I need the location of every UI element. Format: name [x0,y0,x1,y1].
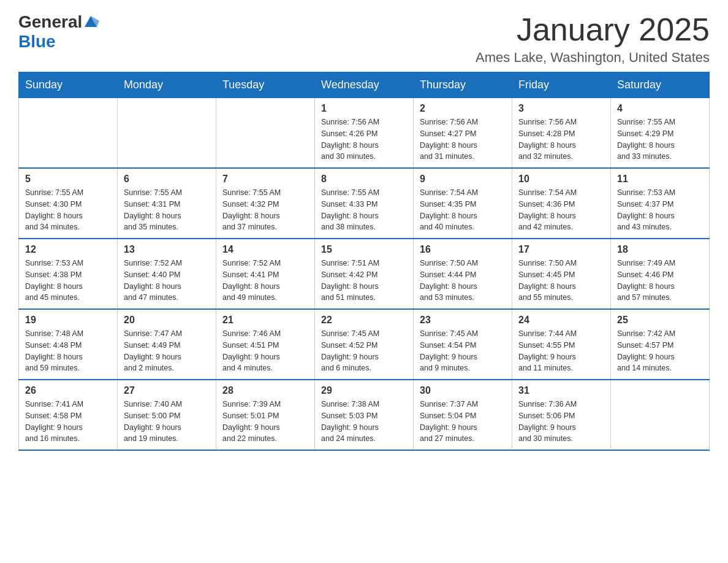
calendar-cell: 7Sunrise: 7:55 AMSunset: 4:32 PMDaylight… [216,168,315,239]
calendar-cell: 10Sunrise: 7:54 AMSunset: 4:36 PMDayligh… [512,168,611,239]
calendar-cell: 4Sunrise: 7:55 AMSunset: 4:29 PMDaylight… [611,98,710,169]
day-number: 29 [321,385,407,396]
day-number: 13 [124,244,210,255]
calendar-cell: 26Sunrise: 7:41 AMSunset: 4:58 PMDayligh… [19,380,118,450]
calendar-cell: 11Sunrise: 7:53 AMSunset: 4:37 PMDayligh… [611,168,710,239]
day-number: 8 [321,174,407,185]
day-number: 15 [321,244,407,255]
calendar-cell: 18Sunrise: 7:49 AMSunset: 4:46 PMDayligh… [611,239,710,309]
day-info: Sunrise: 7:42 AMSunset: 4:57 PMDaylight:… [617,328,703,374]
day-number: 17 [518,244,604,255]
calendar-cell [19,98,118,169]
weekday-header-thursday: Thursday [414,72,512,98]
day-number: 21 [222,315,308,326]
day-number: 31 [518,385,604,396]
day-info: Sunrise: 7:44 AMSunset: 4:55 PMDaylight:… [518,328,604,374]
day-info: Sunrise: 7:38 AMSunset: 5:03 PMDaylight:… [321,399,407,445]
calendar-cell: 31Sunrise: 7:36 AMSunset: 5:06 PMDayligh… [512,380,611,450]
calendar-cell: 30Sunrise: 7:37 AMSunset: 5:04 PMDayligh… [414,380,512,450]
calendar-cell: 8Sunrise: 7:55 AMSunset: 4:33 PMDaylight… [315,168,414,239]
location-title: Ames Lake, Washington, United States [476,50,710,66]
day-info: Sunrise: 7:55 AMSunset: 4:31 PMDaylight:… [124,187,210,233]
calendar-cell: 25Sunrise: 7:42 AMSunset: 4:57 PMDayligh… [611,309,710,380]
day-info: Sunrise: 7:55 AMSunset: 4:33 PMDaylight:… [321,187,407,233]
calendar-cell: 1Sunrise: 7:56 AMSunset: 4:26 PMDaylight… [315,98,414,169]
day-info: Sunrise: 7:50 AMSunset: 4:44 PMDaylight:… [420,258,506,304]
calendar-cell [118,98,216,169]
calendar-header: SundayMondayTuesdayWednesdayThursdayFrid… [19,72,710,98]
day-number: 25 [617,315,703,326]
day-info: Sunrise: 7:47 AMSunset: 4:49 PMDaylight:… [124,328,210,374]
calendar-week-row: 1Sunrise: 7:56 AMSunset: 4:26 PMDaylight… [19,98,710,169]
day-info: Sunrise: 7:56 AMSunset: 4:26 PMDaylight:… [321,117,407,163]
logo-triangle-icon [82,12,99,29]
day-number: 12 [25,244,111,255]
day-number: 30 [420,385,506,396]
day-number: 6 [124,174,210,185]
calendar-cell: 5Sunrise: 7:55 AMSunset: 4:30 PMDaylight… [19,168,118,239]
day-info: Sunrise: 7:46 AMSunset: 4:51 PMDaylight:… [222,328,308,374]
day-info: Sunrise: 7:50 AMSunset: 4:45 PMDaylight:… [518,258,604,304]
day-number: 5 [25,174,111,185]
header: General Blue January 2025 Ames Lake, Was… [18,12,710,66]
calendar-cell: 16Sunrise: 7:50 AMSunset: 4:44 PMDayligh… [414,239,512,309]
calendar-week-row: 19Sunrise: 7:48 AMSunset: 4:48 PMDayligh… [19,309,710,380]
calendar-cell: 6Sunrise: 7:55 AMSunset: 4:31 PMDaylight… [118,168,216,239]
day-info: Sunrise: 7:55 AMSunset: 4:30 PMDaylight:… [25,187,111,233]
day-info: Sunrise: 7:45 AMSunset: 4:54 PMDaylight:… [420,328,506,374]
day-number: 24 [518,315,604,326]
calendar-cell: 15Sunrise: 7:51 AMSunset: 4:42 PMDayligh… [315,239,414,309]
day-number: 20 [124,315,210,326]
day-number: 7 [222,174,308,185]
calendar-cell: 27Sunrise: 7:40 AMSunset: 5:00 PMDayligh… [118,380,216,450]
day-number: 18 [617,244,703,255]
day-info: Sunrise: 7:55 AMSunset: 4:29 PMDaylight:… [617,117,703,163]
day-info: Sunrise: 7:39 AMSunset: 5:01 PMDaylight:… [222,399,308,445]
title-area: January 2025 Ames Lake, Washington, Unit… [476,12,710,66]
day-number: 1 [321,103,407,114]
calendar-cell: 14Sunrise: 7:52 AMSunset: 4:41 PMDayligh… [216,239,315,309]
day-info: Sunrise: 7:52 AMSunset: 4:40 PMDaylight:… [124,258,210,304]
calendar-cell: 24Sunrise: 7:44 AMSunset: 4:55 PMDayligh… [512,309,611,380]
calendar-cell: 3Sunrise: 7:56 AMSunset: 4:28 PMDaylight… [512,98,611,169]
day-info: Sunrise: 7:56 AMSunset: 4:28 PMDaylight:… [518,117,604,163]
day-number: 22 [321,315,407,326]
calendar-cell: 20Sunrise: 7:47 AMSunset: 4:49 PMDayligh… [118,309,216,380]
day-info: Sunrise: 7:45 AMSunset: 4:52 PMDaylight:… [321,328,407,374]
weekday-header-saturday: Saturday [611,72,710,98]
weekday-header-tuesday: Tuesday [216,72,315,98]
day-number: 23 [420,315,506,326]
calendar-cell [611,380,710,450]
calendar-cell: 21Sunrise: 7:46 AMSunset: 4:51 PMDayligh… [216,309,315,380]
day-info: Sunrise: 7:54 AMSunset: 4:36 PMDaylight:… [518,187,604,233]
day-number: 19 [25,315,111,326]
weekday-header-wednesday: Wednesday [315,72,414,98]
logo-general: General [18,12,82,32]
day-number: 10 [518,174,604,185]
day-number: 26 [25,385,111,396]
day-number: 9 [420,174,506,185]
day-number: 16 [420,244,506,255]
weekday-header-friday: Friday [512,72,611,98]
day-info: Sunrise: 7:56 AMSunset: 4:27 PMDaylight:… [420,117,506,163]
weekday-header-sunday: Sunday [19,72,118,98]
calendar-body: 1Sunrise: 7:56 AMSunset: 4:26 PMDaylight… [19,98,710,451]
weekday-header-monday: Monday [118,72,216,98]
calendar-week-row: 12Sunrise: 7:53 AMSunset: 4:38 PMDayligh… [19,239,710,309]
day-number: 28 [222,385,308,396]
day-info: Sunrise: 7:53 AMSunset: 4:37 PMDaylight:… [617,187,703,233]
day-number: 2 [420,103,506,114]
calendar-cell: 28Sunrise: 7:39 AMSunset: 5:01 PMDayligh… [216,380,315,450]
calendar-cell: 23Sunrise: 7:45 AMSunset: 4:54 PMDayligh… [414,309,512,380]
weekday-header-row: SundayMondayTuesdayWednesdayThursdayFrid… [19,72,710,98]
day-info: Sunrise: 7:52 AMSunset: 4:41 PMDaylight:… [222,258,308,304]
calendar-cell: 29Sunrise: 7:38 AMSunset: 5:03 PMDayligh… [315,380,414,450]
day-info: Sunrise: 7:40 AMSunset: 5:00 PMDaylight:… [124,399,210,445]
calendar-cell: 13Sunrise: 7:52 AMSunset: 4:40 PMDayligh… [118,239,216,309]
day-info: Sunrise: 7:53 AMSunset: 4:38 PMDaylight:… [25,258,111,304]
calendar-cell: 9Sunrise: 7:54 AMSunset: 4:35 PMDaylight… [414,168,512,239]
calendar-week-row: 26Sunrise: 7:41 AMSunset: 4:58 PMDayligh… [19,380,710,450]
calendar-cell [216,98,315,169]
day-info: Sunrise: 7:54 AMSunset: 4:35 PMDaylight:… [420,187,506,233]
calendar-cell: 22Sunrise: 7:45 AMSunset: 4:52 PMDayligh… [315,309,414,380]
